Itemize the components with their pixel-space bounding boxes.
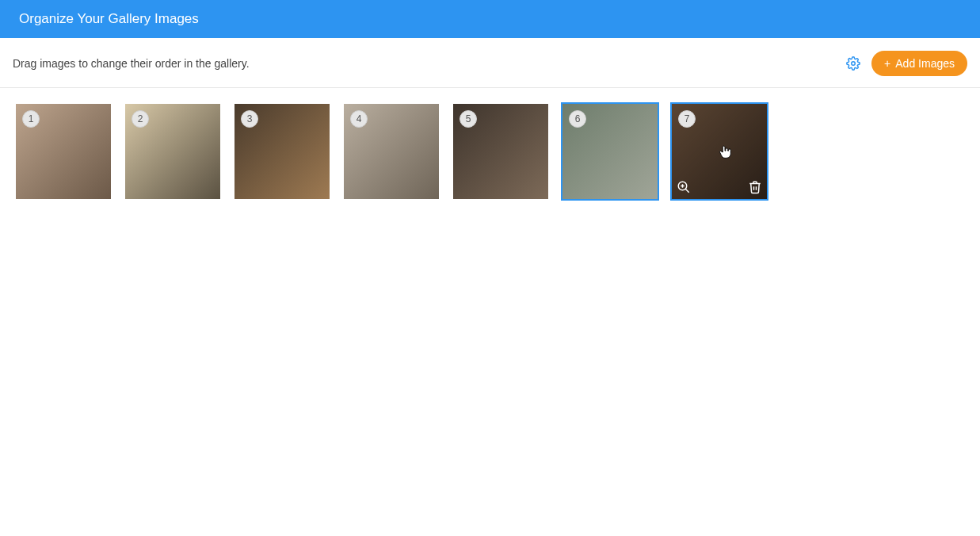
add-images-label: Add Images <box>895 57 955 70</box>
gallery-thumb[interactable]: 1 <box>16 104 111 199</box>
order-badge: 1 <box>22 110 40 128</box>
order-badge: 5 <box>459 110 477 128</box>
page-title: Organize Your Gallery Images <box>19 11 199 26</box>
gallery-grid: 1 2 3 4 5 6 7 <box>0 88 980 215</box>
toolbar: Drag images to change their order in the… <box>0 38 980 88</box>
gallery-thumb-hovered[interactable]: 7 <box>672 104 767 199</box>
instruction-text: Drag images to change their order in the… <box>13 57 250 70</box>
gallery-thumb[interactable]: 4 <box>344 104 439 199</box>
thumb-actions <box>677 180 762 194</box>
toolbar-right: + Add Images <box>846 51 967 76</box>
order-badge: 7 <box>678 110 696 128</box>
svg-line-2 <box>685 189 689 193</box>
gallery-thumb[interactable]: 2 <box>125 104 220 199</box>
order-badge: 2 <box>132 110 149 128</box>
plus-icon: + <box>884 58 890 69</box>
page-header: Organize Your Gallery Images <box>0 0 980 38</box>
gallery-thumb[interactable]: 3 <box>235 104 330 199</box>
gallery-thumb-selected[interactable]: 6 <box>562 104 658 199</box>
add-images-button[interactable]: + Add Images <box>871 51 967 76</box>
gear-icon[interactable] <box>846 56 860 71</box>
order-badge: 6 <box>569 110 586 128</box>
order-badge: 3 <box>241 110 258 128</box>
zoom-in-icon[interactable] <box>677 180 691 194</box>
cursor-pointer-icon <box>716 144 734 161</box>
gallery-thumb[interactable]: 5 <box>453 104 548 199</box>
order-badge: 4 <box>350 110 368 128</box>
svg-point-0 <box>852 62 856 66</box>
trash-icon[interactable] <box>748 180 762 194</box>
